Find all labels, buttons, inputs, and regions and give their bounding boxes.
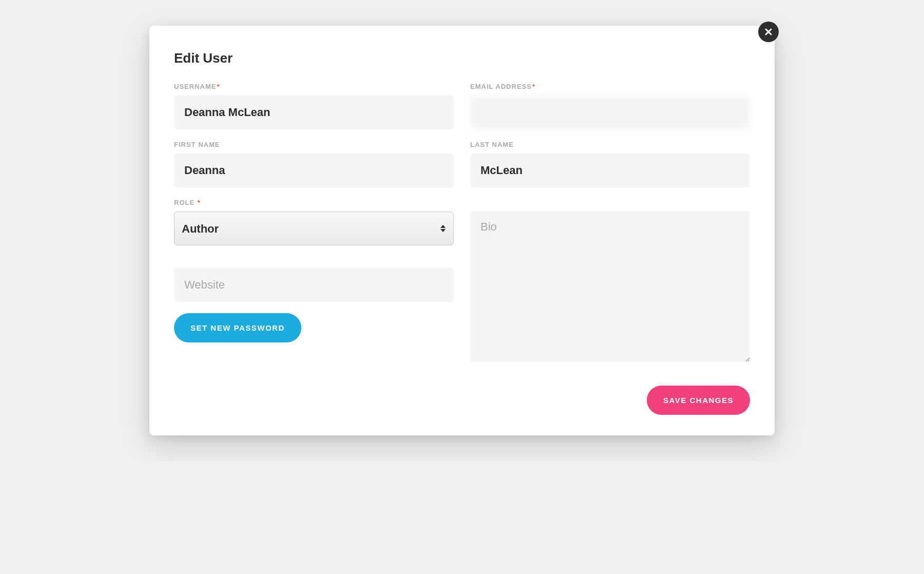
username-input[interactable] [174,95,454,129]
bio-label-spacer [470,199,750,211]
close-icon [764,28,773,36]
bio-field-group [470,211,750,362]
email-field-group: EMAIL ADDRESS* [470,83,750,129]
save-changes-button[interactable]: SAVE CHANGES [647,386,750,415]
username-label-text: USERNAME [174,83,216,90]
footer-row: SAVE CHANGES [174,386,750,415]
role-select[interactable]: Author [174,212,454,245]
firstname-input[interactable] [174,154,454,187]
username-label: USERNAME* [174,83,454,90]
bio-textarea[interactable] [470,211,750,362]
role-field-group: ROLE * Author [174,199,454,245]
website-field-group [174,268,454,302]
required-asterisk: * [532,83,535,90]
modal-title: Edit User [174,50,750,66]
close-button[interactable] [758,22,779,42]
role-label-text: ROLE [174,199,195,206]
set-password-button[interactable]: SET NEW PASSWORD [174,313,301,342]
email-input[interactable] [470,95,750,129]
username-field-group: USERNAME* [174,83,454,129]
email-label: EMAIL ADDRESS* [470,83,750,90]
right-lower-column [470,199,750,373]
role-label: ROLE * [174,199,454,206]
required-asterisk: * [217,83,220,90]
role-select-wrapper: Author [174,212,454,245]
required-asterisk: * [198,199,201,206]
firstname-label: FIRST NAME [174,141,454,148]
left-lower-column: ROLE * Author SET NEW PASSWORD [174,199,454,373]
edit-user-modal: Edit User USERNAME* EMAIL ADDRESS* FIRST… [149,26,775,435]
lastname-input[interactable] [470,154,750,187]
firstname-field-group: FIRST NAME [174,141,454,187]
lastname-label: LAST NAME [470,141,750,148]
form-grid: USERNAME* EMAIL ADDRESS* FIRST NAME LAST… [174,83,750,373]
email-label-text: EMAIL ADDRESS [470,83,532,90]
website-input[interactable] [174,268,454,302]
lastname-field-group: LAST NAME [470,141,750,187]
